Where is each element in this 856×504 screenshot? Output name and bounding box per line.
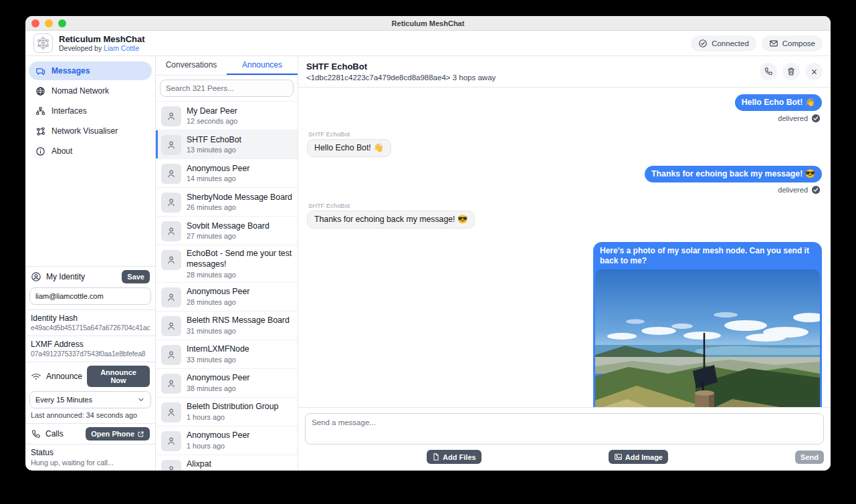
sidebar-item-network-visualiser[interactable]: Network Visualiser (29, 122, 152, 140)
peer-name: Anonymous Peer (187, 373, 249, 384)
calls-row: Calls Open Phone (25, 423, 155, 444)
chevron-down-icon (137, 396, 145, 404)
info-icon (35, 146, 45, 156)
chat-column: SHTF EchoBot <1dbc2281c4223c7a479de8cd8a… (298, 56, 831, 471)
identity-hash-section: Identity Hash e49ac4d5b451715a647a672670… (25, 309, 155, 336)
peer-announce-time: 14 minutes ago (187, 174, 249, 182)
peer-announce-time: 1 hours ago (187, 413, 278, 421)
photo-caption: Here's a photo of my solar mesh node. Ca… (595, 244, 820, 269)
peer-name: SHTF EchoBot (187, 135, 241, 146)
sidebar-item-interfaces[interactable]: Interfaces (29, 102, 152, 120)
peer-list-item[interactable]: Anonymous Peer1 hours ago (156, 426, 298, 455)
peer-list-item[interactable]: InternLXMFNode33 minutes ago (156, 340, 298, 369)
mesh-logo-icon (33, 33, 53, 53)
peer-list-item[interactable]: SherbyNode Message Board26 minutes ago (156, 188, 298, 217)
lxmf-address-section: LXMF Address 07a4912375337d7543f0aa1e8bf… (25, 336, 155, 362)
person-icon (161, 250, 181, 270)
peer-list-item[interactable]: Anonymous Peer14 minutes ago (156, 159, 298, 188)
open-phone-button[interactable]: Open Phone (86, 427, 150, 440)
external-link-icon (137, 430, 144, 438)
globe-icon (35, 86, 45, 96)
minimize-window-button[interactable] (45, 19, 53, 27)
image-icon (614, 453, 623, 461)
message-history[interactable]: Hello Echo Bot! 👋 delivered SHTF EchoBot… (298, 88, 831, 407)
sidebar-item-messages[interactable]: Messages (29, 61, 152, 80)
app-title: Reticulum MeshChat (59, 34, 145, 45)
person-icon (161, 135, 181, 155)
person-icon (161, 164, 181, 184)
close-icon (810, 68, 819, 76)
person-icon (161, 402, 181, 422)
peer-list-item[interactable]: Beleth RNS Message Board31 minutes ago (156, 311, 298, 340)
sender-name-label: SHTF EchoBot (308, 131, 350, 138)
delete-conversation-button[interactable] (782, 63, 800, 80)
identity-hash-value: e49ac4d5b451715a647a6726704c41ac (31, 324, 150, 332)
peer-list-item[interactable]: Sovbit Message Board27 minutes ago (156, 217, 298, 245)
last-announced-text: Last announced: 34 seconds ago (25, 410, 155, 423)
peer-list-item[interactable]: My Dear Peer12 seconds ago (156, 102, 298, 130)
phone-icon (764, 67, 773, 76)
peer-announce-time: 12 seconds ago (187, 117, 237, 125)
announce-now-button[interactable]: Announce Now (87, 366, 150, 387)
send-button[interactable]: Send (795, 451, 824, 464)
sidebar-nav: Messages Nomad Network Interfaces (25, 56, 155, 162)
peer-list[interactable]: My Dear Peer12 seconds agoSHTF EchoBot13… (156, 101, 298, 471)
peer-name: Anonymous Peer (187, 164, 249, 174)
tab-conversations[interactable]: Conversations (156, 56, 227, 75)
search-peers-input[interactable] (160, 80, 294, 97)
peer-list-item[interactable]: Anonymous Peer38 minutes ago (156, 369, 298, 398)
peer-name: InternLXMFNode (187, 344, 249, 355)
person-circle-icon (31, 271, 41, 282)
close-chat-button[interactable] (805, 63, 823, 80)
save-button[interactable]: Save (122, 270, 150, 283)
sent-message-bubble: Thanks for echoing back my message! 😎 (645, 166, 822, 182)
peer-list-item[interactable]: EchoBot - Send me your test messages!28 … (156, 245, 298, 283)
peer-list-item[interactable]: Beleth Distribution Group1 hours ago (156, 398, 298, 426)
peer-list-item[interactable]: Anonymous Peer28 minutes ago (156, 283, 298, 311)
delivery-status: delivered (778, 185, 821, 195)
peer-name: SherbyNode Message Board (187, 193, 292, 203)
call-peer-button[interactable] (760, 63, 777, 80)
peer-name: Beleth RNS Message Board (187, 316, 290, 326)
peer-name: My Dear Peer (187, 106, 237, 117)
peer-announce-time: 28 minutes ago (187, 271, 292, 279)
traffic-lights (31, 16, 66, 30)
peer-list-item[interactable]: Alixpat1 hours ago (156, 455, 298, 471)
chat-icon (35, 66, 45, 76)
compose-button[interactable]: Compose (762, 35, 823, 51)
lxmf-address-label: LXMF Address (31, 340, 150, 349)
connected-status-badge[interactable]: Connected (691, 35, 756, 51)
status-section: Status Hung up, waiting for call... (25, 444, 155, 471)
sidebar-item-nomad-network[interactable]: Nomad Network (29, 82, 152, 100)
message-input[interactable] (305, 413, 824, 445)
zoom-window-button[interactable] (58, 19, 66, 27)
announce-label: Announce (46, 372, 82, 381)
app-title-block: Reticulum MeshChat Developed by Liam Cot… (59, 34, 145, 53)
app-header: Reticulum MeshChat Developed by Liam Cot… (25, 31, 831, 56)
close-window-button[interactable] (31, 19, 39, 27)
solar-mesh-node-photo[interactable] (595, 269, 820, 407)
sidebar: Messages Nomad Network Interfaces (25, 56, 155, 471)
received-message-bubble: Thanks for echoing back my message! 😎 (307, 211, 475, 229)
developer-link[interactable]: Liam Cottle (104, 44, 139, 52)
hierarchy-icon (35, 106, 45, 116)
peer-announce-time: 27 minutes ago (187, 232, 270, 240)
sidebar-item-about[interactable]: About (29, 142, 152, 160)
app-subtitle: Developed by Liam Cottle (59, 44, 145, 52)
person-icon (161, 221, 181, 241)
announce-row: Announce Announce Now (25, 362, 155, 390)
peer-announce-time: 38 minutes ago (187, 384, 249, 392)
person-icon (161, 316, 181, 336)
person-icon (161, 193, 181, 213)
announce-interval-select[interactable]: Every 15 Minutes (29, 391, 151, 408)
add-files-button[interactable]: Add Files (427, 450, 481, 464)
peer-announce-time: 28 minutes ago (187, 298, 249, 306)
received-message-bubble: Hello Echo Bot! 👋 (307, 139, 391, 157)
peers-column: Conversations Announces My Dear Peer12 s… (155, 56, 298, 471)
sender-name-label: SHTF EchoBot (308, 203, 350, 209)
peer-list-item[interactable]: SHTF EchoBot13 minutes ago (156, 130, 298, 159)
peer-announce-time: 31 minutes ago (187, 327, 290, 335)
display-name-input[interactable] (29, 287, 151, 305)
tab-announces[interactable]: Announces (227, 56, 298, 75)
add-image-button[interactable]: Add Image (609, 450, 668, 464)
